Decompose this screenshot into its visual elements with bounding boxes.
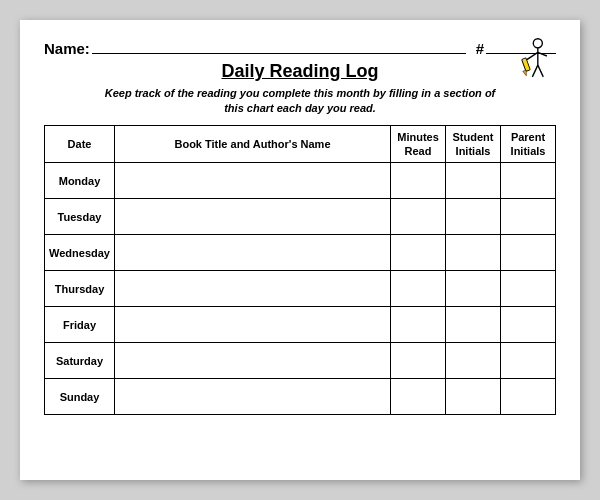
student-initials-cell[interactable] [446, 307, 501, 343]
svg-line-2 [527, 52, 538, 59]
parent-initials-cell[interactable] [501, 307, 556, 343]
svg-point-0 [533, 39, 542, 48]
book-cell[interactable] [115, 163, 391, 199]
minutes-cell[interactable] [391, 271, 446, 307]
svg-line-7 [538, 65, 543, 77]
minutes-cell[interactable] [391, 343, 446, 379]
student-initials-cell[interactable] [446, 379, 501, 415]
table-row: Friday [45, 307, 556, 343]
col-header-student: Student Initials [446, 125, 501, 163]
page: Name: # Daily [20, 20, 580, 480]
day-label: Sunday [45, 379, 115, 415]
page-title: Daily Reading Log [44, 61, 556, 82]
col-header-minutes: Minutes Read [391, 125, 446, 163]
day-label: Wednesday [45, 235, 115, 271]
svg-line-5 [538, 52, 547, 56]
minutes-cell[interactable] [391, 307, 446, 343]
parent-initials-cell[interactable] [501, 379, 556, 415]
col-header-book: Book Title and Author's Name [115, 125, 391, 163]
parent-initials-cell[interactable] [501, 163, 556, 199]
minutes-cell[interactable] [391, 379, 446, 415]
page-subtitle: Keep track of the reading you complete t… [44, 86, 556, 117]
col-header-parent: Parent Initials [501, 125, 556, 163]
book-cell[interactable] [115, 379, 391, 415]
book-cell[interactable] [115, 307, 391, 343]
book-cell[interactable] [115, 235, 391, 271]
student-initials-cell[interactable] [446, 235, 501, 271]
name-underline [92, 53, 466, 54]
minutes-cell[interactable] [391, 235, 446, 271]
table-row: Tuesday [45, 199, 556, 235]
parent-initials-cell[interactable] [501, 271, 556, 307]
name-label: Name: [44, 40, 90, 57]
col-header-date: Date [45, 125, 115, 163]
book-cell[interactable] [115, 343, 391, 379]
minutes-cell[interactable] [391, 199, 446, 235]
svg-line-6 [532, 65, 537, 77]
student-initials-cell[interactable] [446, 343, 501, 379]
day-label: Saturday [45, 343, 115, 379]
table-row: Sunday [45, 379, 556, 415]
parent-initials-cell[interactable] [501, 343, 556, 379]
table-row: Monday [45, 163, 556, 199]
day-label: Thursday [45, 271, 115, 307]
day-label: Monday [45, 163, 115, 199]
parent-initials-cell[interactable] [501, 235, 556, 271]
student-initials-cell[interactable] [446, 271, 501, 307]
book-cell[interactable] [115, 199, 391, 235]
reading-log-table: Date Book Title and Author's Name Minute… [44, 125, 556, 416]
stick-figure [516, 36, 556, 86]
hash-label: # [476, 40, 484, 57]
day-label: Tuesday [45, 199, 115, 235]
book-cell[interactable] [115, 271, 391, 307]
table-row: Wednesday [45, 235, 556, 271]
day-label: Friday [45, 307, 115, 343]
student-initials-cell[interactable] [446, 199, 501, 235]
minutes-cell[interactable] [391, 163, 446, 199]
table-row: Thursday [45, 271, 556, 307]
name-line: Name: # [44, 40, 556, 57]
table-row: Saturday [45, 343, 556, 379]
svg-rect-3 [522, 58, 531, 72]
parent-initials-cell[interactable] [501, 199, 556, 235]
student-initials-cell[interactable] [446, 163, 501, 199]
